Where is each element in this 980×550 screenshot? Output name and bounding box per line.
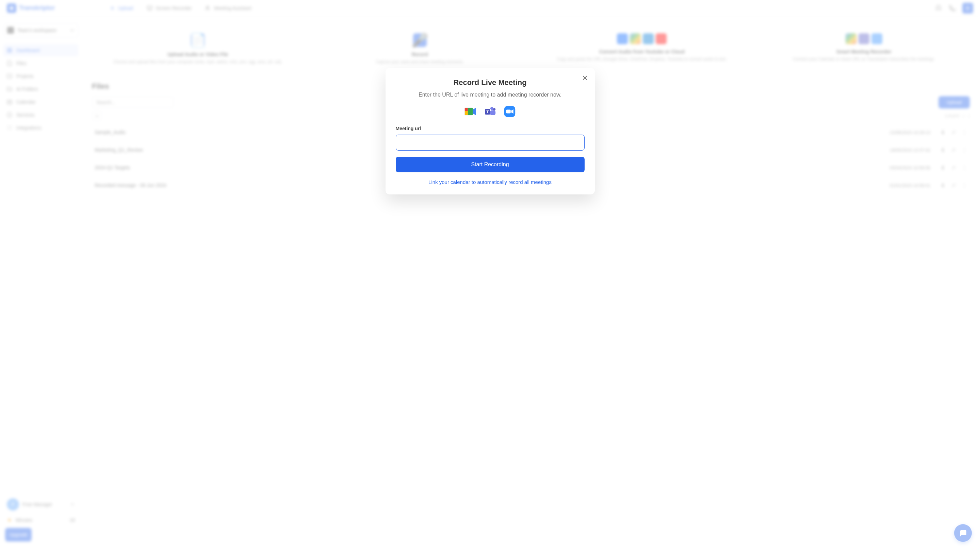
modal-overlay: Record Live Meeting Enter the URL of liv…: [0, 0, 980, 550]
meeting-url-label: Meeting url: [396, 126, 585, 131]
svg-rect-18: [465, 108, 468, 111]
google-meet-icon: [464, 105, 476, 117]
svg-rect-28: [506, 110, 511, 114]
svg-marker-21: [473, 108, 476, 115]
modal-subtitle: Enter the URL of live meeting to add mee…: [396, 92, 585, 98]
start-recording-button[interactable]: Start Recording: [396, 157, 585, 172]
svg-point-25: [493, 108, 495, 111]
svg-point-24: [490, 107, 493, 110]
svg-rect-20: [468, 108, 473, 115]
svg-rect-26: [490, 110, 495, 115]
svg-rect-19: [465, 111, 468, 115]
svg-text:T: T: [487, 110, 489, 114]
ms-teams-icon: T: [484, 105, 496, 117]
meeting-url-input[interactable]: [396, 135, 585, 151]
close-icon[interactable]: [581, 74, 589, 82]
modal-meeting-icons: T: [396, 105, 585, 117]
record-meeting-modal: Record Live Meeting Enter the URL of liv…: [385, 68, 595, 195]
modal-title: Record Live Meeting: [396, 78, 585, 87]
link-calendar-link[interactable]: Link your calendar to automatically reco…: [396, 179, 585, 185]
zoom-icon: [504, 105, 516, 117]
